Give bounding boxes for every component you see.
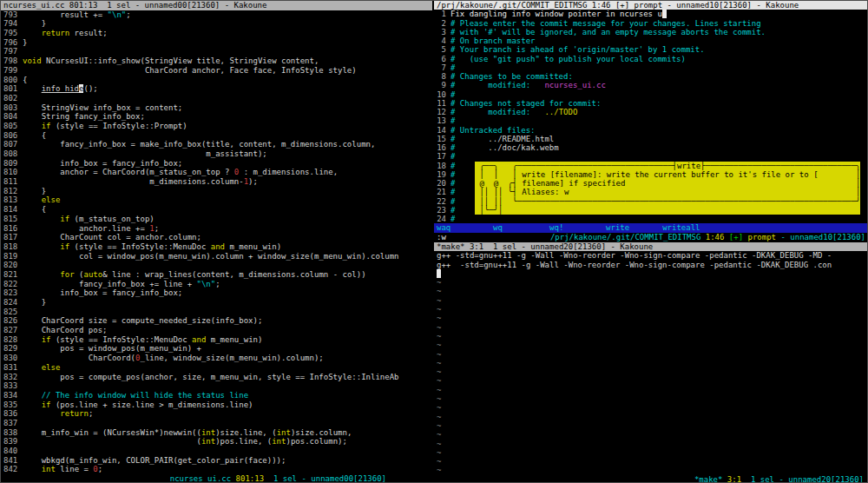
make-buffer-area[interactable]: g++ -std=gnu++11 -g -Wall -Wno-reorder -… — [434, 251, 868, 474]
buffer-line[interactable]: ~ — [437, 323, 868, 332]
buffer-line[interactable]: ~ — [437, 341, 868, 349]
buffer-line[interactable]: 835 if (pos.line + size.line > m_dimensi… — [3, 400, 432, 410]
buffer-line[interactable]: 815 if (m_status_on_top) — [3, 215, 432, 224]
buffer-line[interactable]: 819 col = window_pos(m_menu_win).column … — [3, 252, 432, 261]
buffer-line[interactable]: 842 int line = 0; — [3, 465, 432, 474]
buffer-line[interactable]: 822 fancy_info_box += line + "\n"; — [3, 280, 432, 289]
buffer-line[interactable]: 793 result += "\n"; — [3, 10, 432, 20]
buffer-line[interactable]: ~ — [437, 332, 868, 341]
completion-item[interactable]: write — [606, 223, 662, 232]
buffer-line[interactable]: ~ — [437, 466, 868, 474]
buffer-line[interactable]: 2# Please enter the commit message for y… — [437, 19, 868, 28]
buffer-line[interactable]: 831 else — [3, 363, 432, 373]
buffer-line[interactable]: ~ — [437, 440, 868, 448]
buffer-line[interactable]: 811 m_dimensions.column-1); — [3, 177, 432, 187]
buffer-line[interactable]: g++ -std=gnu++11 -g -Wall -Wno-reorder -… — [437, 251, 868, 260]
buffer-line[interactable]: 24# — [437, 215, 868, 223]
buffer-line[interactable]: 4# On branch master — [437, 36, 868, 45]
buffer-line[interactable]: 832 pos = compute_pos(anchor, size, m_me… — [3, 373, 432, 382]
buffer-line[interactable]: ~ — [437, 386, 868, 394]
buffer-line[interactable]: 840 — [3, 447, 432, 456]
buffer-line[interactable]: 801 info_hide(); — [3, 84, 432, 94]
buffer-line[interactable]: 838 m_info_win = (NCursesWin*)newwin((in… — [3, 428, 432, 438]
buffer-line[interactable]: 839 (int)pos.line, (int)pos.column); — [3, 437, 432, 447]
buffer-line[interactable]: 6# (use "git push" to publish your local… — [437, 55, 868, 63]
buffer-line[interactable]: 833 — [3, 381, 432, 391]
buffer-line[interactable]: 821 for (auto& line : wrap_lines(content… — [3, 270, 432, 280]
buffer-line[interactable]: 12# modified: ../TODO — [437, 108, 868, 116]
buffer-line[interactable]: 15# ../README.html — [437, 135, 868, 143]
buffer-line[interactable]: 826 CharCoord size = compute_needed_size… — [3, 316, 432, 326]
buffer-line[interactable]: ~ — [437, 278, 868, 287]
buffer-line[interactable]: 17# — [437, 152, 868, 161]
buffer-line[interactable]: ~ — [437, 359, 868, 367]
buffer-line[interactable]: 806 { — [3, 131, 432, 141]
buffer-line[interactable]: 3# with '#' will be ignored, and an empt… — [437, 28, 868, 36]
buffer-line[interactable]: 817 CharCount col = anchor.column; — [3, 233, 432, 242]
buffer-line[interactable]: ~ — [437, 287, 868, 295]
buffer-line[interactable]: 807 fancy_info_box = make_info_box(title… — [3, 140, 432, 149]
buffer-line[interactable]: ~ — [437, 421, 868, 430]
buffer-line[interactable]: 796} — [3, 38, 432, 48]
buffer-line[interactable]: 825 — [3, 308, 432, 317]
buffer-line[interactable]: ~ — [437, 367, 868, 376]
buffer-line[interactable]: 830 CharCoord(0_line, window_size(m_menu… — [3, 354, 432, 363]
completion-item[interactable]: wq — [493, 223, 549, 232]
buffer-line[interactable]: 809 info_box = fancy_info_box; — [3, 159, 432, 169]
buffer-line[interactable]: ~ — [437, 296, 868, 305]
buffer-line[interactable]: 798void NCursesUI::info_show(StringView … — [3, 56, 432, 66]
completion-item[interactable]: writeall — [662, 223, 719, 232]
buffer-line[interactable]: 13# — [437, 116, 868, 125]
buffer-line[interactable] — [437, 269, 868, 278]
buffer-line[interactable]: ~ — [437, 403, 868, 412]
buffer-line[interactable]: 824 } — [3, 298, 432, 308]
buffer-line[interactable]: 813 else — [3, 195, 432, 205]
buffer-line[interactable]: 827 CharCoord pos; — [3, 326, 432, 335]
buffer-line[interactable]: 797 — [3, 47, 432, 56]
buffer-line[interactable]: 820 — [3, 261, 432, 270]
buffer-line[interactable]: 7# — [437, 63, 868, 72]
buffer-line[interactable]: 808 m_assistant); — [3, 149, 432, 159]
completion-item[interactable]: wq! — [549, 223, 606, 232]
buffer-line[interactable]: 800{ — [3, 76, 432, 85]
buffer-line[interactable]: 10# — [437, 90, 868, 99]
buffer-line[interactable]: g++ -std=gnu++11 -g -Wall -Wno-reorder -… — [437, 261, 868, 269]
buffer-line[interactable]: 816 anchor.line += 1; — [3, 224, 432, 234]
buffer-line[interactable]: 5# Your branch is ahead of 'origin/maste… — [437, 45, 868, 54]
buffer-line[interactable]: 1Fix dangling info window pointer in ncu… — [437, 10, 868, 18]
buffer-line[interactable]: 818 if (style == InfoStyle::MenuDoc and … — [3, 242, 432, 252]
buffer-line[interactable]: 812 } — [3, 187, 432, 196]
buffer-line[interactable]: ~ — [437, 413, 868, 421]
completion-item[interactable]: waq — [437, 223, 493, 232]
buffer-line[interactable]: 836 return; — [3, 409, 432, 419]
buffer-line[interactable]: ~ — [437, 305, 868, 314]
buffer-line[interactable]: ~ — [437, 314, 868, 322]
buffer-line[interactable]: 802 — [3, 94, 432, 103]
buffer-line[interactable]: ~ — [437, 457, 868, 466]
buffer-line[interactable]: 834 // The info window will hide the sta… — [3, 391, 432, 400]
buffer-line[interactable]: ~ — [437, 394, 868, 403]
buffer-line[interactable]: 799 CharCoord anchor, Face face, InfoSty… — [3, 66, 432, 76]
buffer-line[interactable]: ~ — [437, 448, 868, 457]
buffer-line[interactable]: 837 — [3, 419, 432, 428]
buffer-line[interactable]: 16# ../doc/kak.webm — [437, 143, 868, 152]
buffer-line[interactable]: 828 if (style == InfoStyle::MenuDoc and … — [3, 335, 432, 345]
buffer-line[interactable]: 795 return result; — [3, 29, 432, 38]
buffer-line[interactable]: 8# Changes to be committed: — [437, 72, 868, 81]
left-code-area[interactable]: 793 result += "\n";794 }795 return resul… — [1, 10, 432, 474]
buffer-line[interactable]: 804 String fancy_info_box; — [3, 112, 432, 122]
buffer-line[interactable]: 841 wbkgd(m_info_win, COLOR_PAIR(get_col… — [3, 456, 432, 466]
buffer-line[interactable]: ~ — [437, 350, 868, 359]
command-prompt[interactable]: :w — [437, 233, 446, 242]
buffer-line[interactable]: 814 { — [3, 205, 432, 215]
buffer-line[interactable]: 805 if (style == InfoStyle::Prompt) — [3, 122, 432, 131]
buffer-line[interactable]: 829 pos = window_pos(m_menu_win) + — [3, 344, 432, 354]
buffer-line[interactable]: 9# modified: ncurses_ui.cc — [437, 81, 868, 89]
buffer-line[interactable]: 803 StringView info_box = content; — [3, 103, 432, 113]
buffer-line[interactable]: 794 } — [3, 19, 432, 29]
buffer-line[interactable]: 810 anchor = CharCoord(m_status_on_top ?… — [3, 168, 432, 177]
buffer-line[interactable]: 823 info_box = fancy_info_box; — [3, 288, 432, 298]
buffer-line[interactable]: 14# Untracked files: — [437, 126, 868, 135]
buffer-line[interactable]: ~ — [437, 430, 868, 439]
buffer-line[interactable]: 11# Changes not staged for commit: — [437, 99, 868, 108]
